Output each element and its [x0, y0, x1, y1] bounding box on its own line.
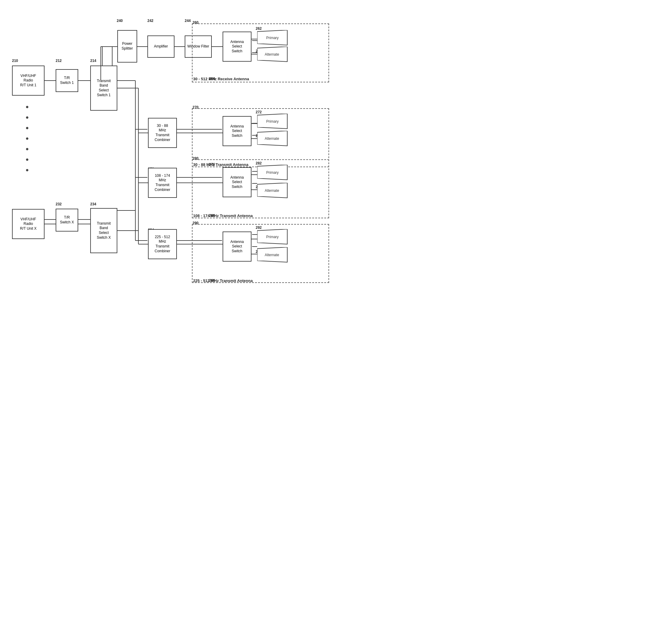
num-234: 234 [90, 202, 96, 206]
num-232: 232 [56, 202, 62, 206]
antenna-294-svg: Alternate [257, 247, 293, 264]
antenna-284-svg: Alternate [257, 183, 293, 199]
antenna-262-svg: Primary [257, 30, 293, 47]
num-210: 210 [12, 59, 18, 63]
power-splitter-block: Power Splitter [117, 30, 137, 62]
combiner-225-512-label: 225 - 512MHzTransmitCombiner [154, 235, 170, 253]
dot-1: ● [26, 104, 29, 110]
antenna-264-svg: Alternate [257, 47, 293, 63]
dot-7: ● [26, 167, 29, 173]
num-212: 212 [56, 59, 62, 63]
ant-select-290-label: AntennaSelectSwitch [231, 240, 244, 254]
amplifier-block: Amplifier [147, 35, 174, 58]
ant-select-260-label: AntennaSelectSwitch [231, 40, 244, 54]
dots-column: ● ● ● ● ● ● ● [26, 104, 29, 173]
vhfx-label: VHF/UHFRadioR/T Unit X [20, 217, 37, 231]
ant-select-290-block: AntennaSelectSwitch [223, 231, 251, 261]
combiner-30-88-block: 30 - 88MHzTransmitCombiner [148, 118, 177, 148]
dot-6: ● [26, 156, 29, 163]
combiner-108-174-block: 108 - 174MHzTransmitCombiner [148, 168, 177, 198]
antenna-292-svg: Primary [257, 229, 293, 246]
combiner-225-512-block: 225 - 512MHzTransmitCombiner [148, 229, 177, 259]
dot-3: ● [26, 125, 29, 131]
antenna-274-svg: Alternate [257, 131, 293, 147]
antenna-272-text: Primary [266, 119, 279, 124]
antenna-262-text: Primary [266, 36, 279, 40]
tbss1-label: TransmitBandSelectSwitch 1 [97, 79, 111, 97]
trx-label: T/RSwitch X [60, 215, 74, 225]
combiner-30-88-label: 30 - 88MHzTransmitCombiner [154, 124, 170, 142]
ant-select-270-label: AntennaSelectSwitch [231, 124, 244, 138]
antenna-274-text: Alternate [265, 136, 279, 141]
ant-select-260-block: AntennaSelectSwitch [223, 31, 251, 61]
antenna-284-text: Alternate [265, 188, 279, 193]
tr1-block: T/RSwitch 1 [56, 69, 78, 92]
dot-4: ● [26, 135, 29, 142]
ant-select-270-block: AntennaSelectSwitch [223, 116, 251, 146]
antenna-282-text: Primary [266, 171, 279, 175]
num-244: 244 [185, 19, 191, 23]
ant-select-280-block: AntennaSelectSwitch [223, 167, 251, 197]
dot-5: ● [26, 146, 29, 152]
dot-2: ● [26, 114, 29, 121]
trx-block: T/RSwitch X [56, 209, 78, 231]
dashed-290-label: 225 - 512 MHz Transmit Antenna [193, 278, 253, 283]
power-splitter-label: Power Splitter [118, 42, 137, 51]
vhf1-label: VHF/UHFRadioR/T Unit 1 [20, 74, 37, 88]
tbss1-block: TransmitBandSelectSwitch 1 [90, 66, 117, 111]
vhfx-block: VHF/UHFRadioR/T Unit X [12, 209, 45, 239]
num-240: 240 [117, 19, 123, 23]
dashed-280-label: 108 - 174 MHz Transmit Antenna [193, 213, 253, 218]
combiner-108-174-label: 108 - 174MHzTransmitCombiner [154, 174, 170, 192]
diagram: 240 242 244 Power Splitter Amplifier Win… [0, 0, 336, 314]
vhf1-block: VHF/UHFRadioR/T Unit 1 [12, 66, 45, 96]
antenna-292-text: Primary [266, 235, 279, 239]
tbssx-label: TransmitBandSelectSwitch X [97, 221, 111, 240]
ant-select-280-label: AntennaSelectSwitch [231, 175, 244, 190]
antenna-282-svg: Primary [257, 165, 293, 181]
amplifier-label: Amplifier [154, 44, 168, 49]
num-214: 214 [90, 59, 96, 63]
antenna-272-svg: Primary [257, 114, 293, 130]
tr1-label: T/RSwitch 1 [60, 76, 74, 85]
dashed-260-label: 30 - 512 MHz Receive Antenna [193, 77, 249, 81]
antenna-264-text: Alternate [265, 52, 279, 56]
antenna-294-text: Alternate [265, 253, 279, 257]
tbssx-block: TransmitBandSelectSwitch X [90, 208, 117, 253]
num-242: 242 [147, 19, 153, 23]
